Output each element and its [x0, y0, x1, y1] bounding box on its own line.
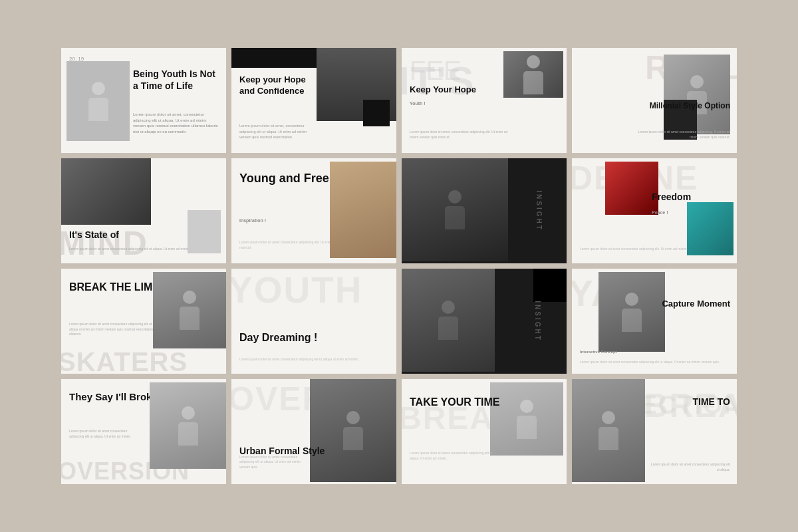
slide-13-body: Lorem ipsum dolor sit amet consectetur a…: [69, 429, 139, 439]
slide-10-headline: Day Dreaming !: [239, 332, 317, 344]
slide-5-smallphoto: [188, 210, 221, 253]
slide-5-photo: [61, 158, 151, 225]
slide-9-bgword: SKATERS: [61, 347, 188, 374]
slide-2-blackbox: [363, 100, 390, 126]
slide-6-headline: Young and Free: [239, 172, 329, 186]
slide-11-blackbox: [533, 269, 567, 302]
slide-5: MIND It's State of Lorem ipsum dolor sit…: [61, 158, 226, 263]
slide-2: Keep your Hope and Confidence Lorem ipsu…: [231, 48, 396, 153]
slide-7-photo: [402, 158, 508, 261]
slide-3-photo: [503, 51, 563, 98]
slide-16-photo: [572, 379, 645, 482]
slide-2-headline: Keep your Hope and Confidence: [239, 74, 313, 97]
slide-8-headline: Freedom: [652, 192, 691, 202]
slide-13: OVERSION They Say I'll Broke Lorem ipsum…: [61, 379, 226, 484]
slide-13-headline: They Say I'll Broke: [69, 391, 158, 403]
slide-4: REAL Millenial Style Option Lorem ipsum …: [572, 48, 737, 153]
slide-1: 20, 19 Being Youth Is Not a Time of Life…: [61, 48, 226, 153]
slide-9-body: Lorem ipsum dolor sit amet consectetur a…: [69, 322, 156, 337]
slide-6: Young and Free Inspiration ! Lorem ipsum…: [231, 158, 396, 263]
slide-16-headline: TIME TO: [692, 396, 730, 408]
slide-16: BREA SECTION TIME TO Lorem ipsum dolor s…: [572, 379, 737, 484]
slide-10-bgword: YOUTH: [231, 272, 363, 309]
slide-3-body: Lorem ipsum dolor sit amet, consectetur …: [410, 130, 516, 140]
slide-3-headline: Keep Your Hope: [410, 84, 489, 94]
slide-15-headline: TAKE YOUR TIME: [410, 396, 499, 408]
slide-10: YOUTH Day Dreaming ! Lorem ipsum dolor s…: [231, 269, 396, 374]
slide-12-body: Lorem ipsum dolor sit amet consectetur a…: [580, 360, 726, 365]
slide-4-headline: Millenial Style Option: [630, 101, 730, 110]
slide-6-photo: [330, 162, 396, 258]
slide-3-sub: Youth !: [410, 101, 426, 106]
slide-13-photo: [150, 382, 226, 469]
slide-11: INSIGHT: [402, 269, 567, 374]
slide-7: INSIGHT: [402, 158, 567, 263]
slide-8: DEFINE Freedom Peace ! Lorem ipsum dolor…: [572, 158, 737, 263]
slide-14-photo: [310, 379, 396, 482]
slide-1-photo: [66, 61, 130, 141]
slide-5-body: Lorem ipsum dolor sit amet consectetur a…: [69, 247, 202, 252]
slide-12: YAB Capture Moment Interactive Concept L…: [572, 269, 737, 374]
slide-3: IT'S FEE Keep Your Hope Youth ! Lorem ip…: [402, 48, 567, 153]
slide-5-headline: It's State of: [69, 229, 119, 240]
slide-9-photo: [153, 272, 226, 348]
slide-16-body: Lorem ipsum dolor sit amet consectetur a…: [650, 462, 730, 472]
slide-15: BREAK TAKE YOUR TIME Lorem ipsum dolor s…: [402, 379, 567, 484]
slide-1-body: Lorem ipsum dolor sit amet, consectetur …: [133, 112, 219, 134]
slide-11-insight: INSIGHT: [535, 301, 542, 342]
slide-15-sub: Lorem ipsum dolor sit amet consectetur a…: [410, 451, 496, 461]
slide-9-headline: BREAK THE LIMIT: [69, 281, 162, 293]
slide-2-body: Lorem ipsum dolor sit amet, consectetur …: [239, 123, 319, 140]
slide-7-insight: INSIGHT: [536, 190, 543, 231]
slide-12-sublabel: Interactive Concept: [580, 350, 617, 354]
slide-8-redphoto: [605, 162, 658, 215]
slide-1-headline: Being Youth Is Not a Time of Life: [133, 68, 219, 92]
slide-14: OVERSION Urban Formal Style Lorem ipsum …: [231, 379, 396, 484]
slide-6-sub: Inspiration !: [239, 218, 266, 223]
slide-12-headline: Capture Moment: [580, 299, 730, 340]
slide-9: SKATERS BREAK THE LIMIT Lorem ipsum dolo…: [61, 269, 226, 374]
slide-11-photo: [402, 269, 495, 372]
slide-10-body: Lorem ipsum dolor sit amet consectetur a…: [239, 357, 386, 362]
slide-14-sub: Lorem ipsum dolor sit amet consectetur a…: [239, 455, 306, 470]
slide-8-sub: Peace !: [652, 210, 668, 215]
slide-4-body: Lorem ipsum dolor sit amet consectetur a…: [637, 130, 730, 140]
slide-8-tealphoto: [687, 202, 733, 255]
slide-15-photo: [490, 382, 563, 456]
